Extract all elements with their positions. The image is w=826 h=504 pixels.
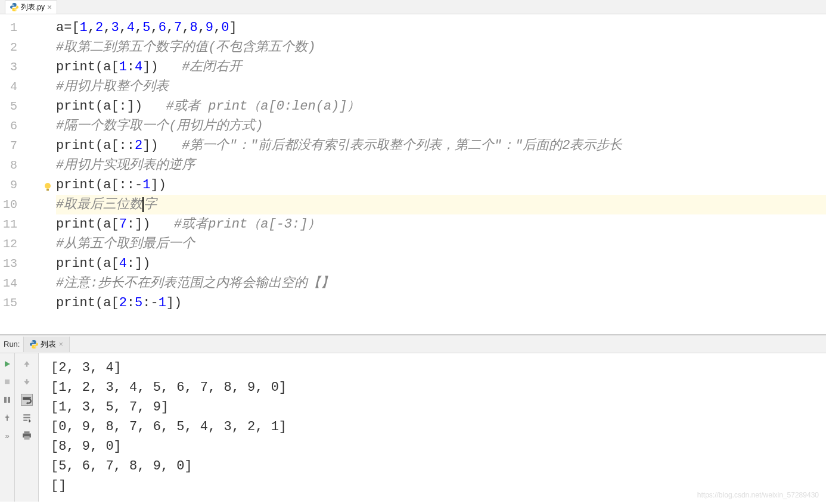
console-output[interactable]: [2, 3, 4][1, 2, 3, 4, 5, 6, 7, 8, 9, 0][… [39, 353, 826, 502]
line-gutter: 123456789101112131415 [0, 14, 35, 334]
output-line: [1, 2, 3, 4, 5, 6, 7, 8, 9, 0] [51, 378, 814, 397]
code-line[interactable]: #从第五个取到最后一个 [56, 234, 826, 254]
code-line[interactable]: print(a[2:5:-1]) [56, 293, 826, 313]
code-line[interactable]: print(a[7:]) #或者print（a[-3:]） [56, 214, 826, 234]
close-icon[interactable]: × [58, 340, 63, 349]
code-line[interactable]: print(a[::2]) #第一个"："前后都没有索引表示取整个列表，第二个"… [56, 136, 826, 155]
line-number: 12 [0, 234, 34, 254]
scroll-down-button[interactable] [21, 376, 33, 388]
code-line[interactable]: #取第二到第五个数字的值(不包含第五个数) [56, 38, 826, 57]
line-number: 3 [0, 57, 34, 77]
line-number: 4 [0, 77, 34, 97]
python-file-icon [10, 3, 18, 11]
close-icon[interactable]: × [47, 2, 52, 12]
run-config-tab[interactable]: 列表 × [23, 337, 70, 352]
code-line[interactable]: print(a[4:]) [56, 254, 826, 273]
output-line: [2, 3, 4] [51, 358, 814, 378]
output-line: [1, 3, 5, 7, 9] [51, 397, 814, 417]
code-line[interactable]: print(a[:]) #或者 print（a[0:len(a)]） [56, 97, 826, 116]
line-number: 5 [0, 97, 34, 116]
run-tool-window: Run: 列表 × » [0, 335, 826, 502]
watermark-text: https://blog.csdn.net/weixin_57289430 [697, 491, 819, 499]
code-line[interactable]: #注意:步长不在列表范围之内将会输出空的【】 [56, 273, 826, 293]
line-number: 2 [0, 38, 34, 57]
svg-rect-6 [24, 431, 29, 433]
output-line: [0, 9, 8, 7, 6, 5, 4, 3, 2, 1] [51, 417, 814, 437]
line-number: 9 [0, 175, 34, 195]
line-number: 13 [0, 254, 34, 273]
code-line[interactable]: print(a[1:4]) #左闭右开 [56, 57, 826, 77]
scroll-to-end-button[interactable] [21, 412, 33, 424]
editor-tab[interactable]: 列表.py × [5, 1, 57, 14]
run-label: Run: [0, 340, 23, 349]
code-editor: 123456789101112131415 a=[1,2,3,4,5,6,7,8… [0, 14, 826, 335]
line-number: 8 [0, 155, 34, 175]
code-content[interactable]: a=[1,2,3,4,5,6,7,8,9,0]#取第二到第五个数字的值(不包含第… [35, 14, 826, 334]
code-line[interactable]: print(a[::-1]) [56, 175, 826, 195]
svg-rect-8 [24, 436, 29, 440]
svg-rect-3 [5, 379, 10, 384]
code-line[interactable]: #用切片取整个列表 [56, 77, 826, 97]
scroll-up-button[interactable] [21, 358, 33, 370]
line-number: 7 [0, 136, 34, 155]
svg-rect-5 [8, 397, 10, 403]
run-toolbar-left: » [0, 353, 15, 502]
stop-button[interactable] [1, 376, 13, 388]
python-file-icon [30, 340, 38, 349]
code-line[interactable]: a=[1,2,3,4,5,6,7,8,9,0] [56, 18, 826, 38]
run-body: » [2, 3, 4][1, 2, 3, 4, 5, 6, 7, 8, 9, 0… [0, 353, 826, 502]
code-line[interactable]: #用切片实现列表的逆序 [56, 155, 826, 175]
rerun-button[interactable] [1, 358, 13, 370]
code-line[interactable]: #取最后三位数字 [56, 195, 826, 214]
line-number: 6 [0, 116, 34, 136]
run-tab-name: 列表 [41, 339, 56, 350]
intention-bulb-icon[interactable] [43, 179, 52, 188]
text-caret [142, 197, 144, 212]
line-number: 15 [0, 293, 34, 313]
output-line: [8, 9, 0] [51, 437, 814, 456]
print-button[interactable] [21, 430, 33, 441]
layout-button[interactable] [1, 394, 13, 406]
svg-point-0 [45, 183, 51, 189]
svg-rect-4 [4, 397, 7, 403]
soft-wrap-button[interactable] [21, 394, 33, 406]
line-number: 11 [0, 214, 34, 234]
run-header: Run: 列表 × [0, 335, 826, 353]
output-line: [5, 6, 7, 8, 9, 0] [51, 456, 814, 476]
pin-button[interactable] [1, 412, 13, 424]
line-number: 1 [0, 18, 34, 38]
code-line[interactable]: #隔一个数字取一个(用切片的方式) [56, 116, 826, 136]
more-button[interactable]: » [1, 430, 13, 441]
line-number: 10 [0, 195, 34, 214]
svg-rect-1 [46, 189, 49, 191]
tab-filename: 列表.py [21, 2, 45, 13]
editor-tab-bar: 列表.py × [0, 0, 826, 14]
line-number: 14 [0, 273, 34, 293]
run-toolbar-col2 [15, 353, 39, 502]
svg-marker-2 [5, 361, 10, 367]
